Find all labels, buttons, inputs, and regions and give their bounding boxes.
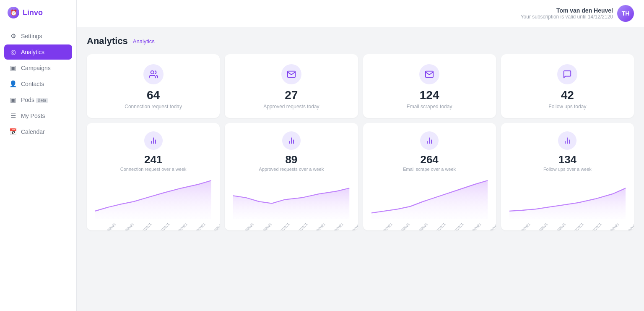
sidebar-item-label: Calendar xyxy=(21,128,45,135)
stat-card-follow-ups: 42 Follow ups today xyxy=(501,54,634,118)
stat-card-approved-requests: 27 Approved requests today xyxy=(225,54,358,118)
chart-number-followups: 134 xyxy=(558,154,576,165)
subscription-info: Your subscription is valid until 14/12/2… xyxy=(521,14,613,20)
chart-dates-approved: 22/03/2021 23/03/2021 24/03/2021 25/03/2… xyxy=(233,222,349,226)
sidebar-item-label: Pods Beta xyxy=(21,97,48,103)
stat-card-email-scraped: 124 Email scraped today xyxy=(363,54,496,118)
chart-icon-followups xyxy=(558,131,576,150)
stat-number-approved: 27 xyxy=(285,89,298,101)
sidebar: ⏰ Linvo ⚙ Settings ◎ Analytics ▣ Campaig… xyxy=(0,0,77,311)
chart-dates-email: 22/03/2021 23/03/2021 24/03/2021 25/03/2… xyxy=(371,222,488,226)
avatar: TH xyxy=(617,5,634,22)
stat-number-email-scraped: 124 xyxy=(420,89,439,101)
sidebar-item-my-posts[interactable]: ☰ My Posts xyxy=(4,108,72,123)
campaigns-icon: ▣ xyxy=(9,64,17,72)
stat-label-approved: Approved requests today xyxy=(263,104,319,110)
user-name: Tom van den Heuvel xyxy=(521,7,613,14)
chart-number-connection: 241 xyxy=(144,154,162,165)
sidebar-item-contacts[interactable]: 👤 Contacts xyxy=(4,76,72,91)
my-posts-icon: ☰ xyxy=(9,112,17,120)
sidebar-item-pods[interactable]: ▣ Pods Beta xyxy=(4,92,72,107)
stats-week-grid: 241 Connection request over a week xyxy=(87,123,634,230)
content-area: Analytics Analytics 64 Connection reques… xyxy=(77,27,644,311)
chart-card-followups-week: 134 Follow ups over a week xyxy=(501,123,634,230)
logo-icon: ⏰ xyxy=(8,7,19,18)
approved-icon xyxy=(281,64,301,84)
sidebar-item-campaigns[interactable]: ▣ Campaigns xyxy=(4,60,72,76)
email-scraped-icon xyxy=(419,64,439,84)
analytics-icon: ◎ xyxy=(9,48,17,56)
stat-label-email-scraped: Email scraped today xyxy=(407,104,452,110)
stat-label-follow-ups: Follow ups today xyxy=(548,104,586,110)
chart-card-approved-week: 89 Approved requests over a week xyxy=(225,123,358,230)
settings-icon: ⚙ xyxy=(9,32,17,40)
chart-number-approved: 89 xyxy=(285,154,297,165)
svg-marker-4 xyxy=(95,180,211,219)
app-name: Linvo xyxy=(23,8,43,17)
sidebar-item-label: My Posts xyxy=(21,112,45,119)
svg-marker-16 xyxy=(509,188,626,219)
breadcrumb: Analytics xyxy=(133,38,155,44)
sidebar-item-analytics[interactable]: ◎ Analytics xyxy=(4,44,72,60)
chart-card-email-week: 264 Email scrape over a week xyxy=(363,123,496,230)
calendar-icon: 📅 xyxy=(9,128,17,136)
chart-followups xyxy=(509,177,626,220)
sidebar-item-label: Contacts xyxy=(21,81,44,87)
avatar-initials: TH xyxy=(622,10,630,17)
chart-dates-connection: 22/03/2021 23/03/2021 24/03/2021 25/03/2… xyxy=(95,222,211,226)
page-title: Analytics xyxy=(87,36,128,47)
sidebar-nav: ⚙ Settings ◎ Analytics ▣ Campaigns 👤 Con… xyxy=(0,25,76,143)
chart-email xyxy=(371,177,488,220)
stat-number-follow-ups: 42 xyxy=(561,89,574,101)
stat-number-connection: 64 xyxy=(147,89,160,101)
sidebar-item-settings[interactable]: ⚙ Settings xyxy=(4,29,72,44)
sidebar-item-calendar[interactable]: 📅 Calendar xyxy=(4,124,72,139)
chart-dates-followups: 22/03/2021 23/03/2021 24/03/2021 25/03/2… xyxy=(509,222,626,226)
sidebar-item-label: Campaigns xyxy=(21,65,51,71)
contacts-icon: 👤 xyxy=(9,80,17,88)
chart-number-email: 264 xyxy=(420,154,438,165)
chart-card-connection-week: 241 Connection request over a week xyxy=(87,123,220,230)
follow-ups-icon xyxy=(557,64,577,84)
chart-icon-email xyxy=(420,131,439,150)
svg-point-0 xyxy=(151,71,153,74)
chart-icon-connection xyxy=(144,131,163,150)
chart-approved xyxy=(233,177,349,220)
chart-connection xyxy=(95,177,211,220)
connection-icon xyxy=(143,64,164,84)
user-details: Tom van den Heuvel Your subscription is … xyxy=(521,7,613,20)
page-header: Analytics Analytics xyxy=(87,36,634,47)
chart-label-approved: Approved requests over a week xyxy=(259,167,324,172)
chart-icon-approved xyxy=(282,131,301,150)
header: Tom van den Heuvel Your subscription is … xyxy=(77,0,644,27)
stat-label-connection: Connection request today xyxy=(125,104,182,110)
pods-icon: ▣ xyxy=(9,96,17,104)
stat-card-connection-request: 64 Connection request today xyxy=(87,54,220,118)
sidebar-item-label: Analytics xyxy=(21,49,44,55)
user-info: Tom van den Heuvel Your subscription is … xyxy=(521,5,634,22)
main-area: Tom van den Heuvel Your subscription is … xyxy=(77,0,644,311)
sidebar-item-label: Settings xyxy=(21,33,42,39)
chart-label-email: Email scrape over a week xyxy=(403,167,456,172)
svg-marker-8 xyxy=(233,188,349,219)
chart-label-connection: Connection request over a week xyxy=(120,167,187,172)
stats-today-grid: 64 Connection request today 27 Approved … xyxy=(87,54,634,118)
chart-label-followups: Follow ups over a week xyxy=(543,167,592,172)
app-logo: ⏰ Linvo xyxy=(0,0,76,25)
